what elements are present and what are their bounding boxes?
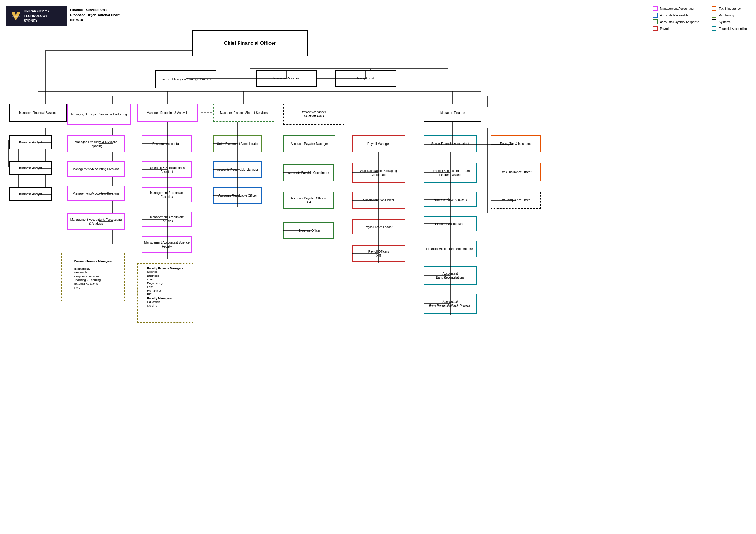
legend-ar-box — [653, 13, 658, 18]
tax-ins-officer-box: Tax & Insurance Officer — [491, 163, 541, 181]
mgmt-acct-div-2-box: Management Accounting Divisions — [67, 186, 125, 201]
ap-coordinator-box: Accounts Payable Coordinator — [284, 165, 334, 181]
legend-systems-label: Systems — [719, 20, 730, 24]
legend-purchasing-box — [712, 13, 716, 18]
legend-col-2: Tax & Insurance Purchasing Systems Finan… — [712, 6, 747, 31]
header: UNIVERSITY OF TECHNOLOGY SYDNEY Financia… — [6, 6, 750, 26]
legend-ar-label: Accounts Receivable — [660, 14, 688, 17]
legend-tax: Tax & Insurance — [712, 6, 747, 11]
chart-title: Proposed Organisational Chart — [70, 13, 120, 18]
div-finance-mgrs-text: Division Finance Managers InternationalR… — [74, 256, 112, 290]
legend-mgmt-acct-label: Management Accounting — [660, 7, 693, 10]
mgmt-acct-fac-2-box: Management Accountant Faculties — [142, 212, 192, 227]
legend-systems: Systems — [712, 19, 747, 24]
mgmt-acct-div-1-box: Management Accounting Divisions — [67, 161, 125, 177]
policy-tax-box: Policy, Tax & Insurance — [491, 136, 541, 152]
ap-manager-box: Accounts Payable Manager — [284, 136, 335, 152]
university-name: UNIVERSITY OF TECHNOLOGY SYDNEY — [24, 9, 49, 23]
super-pkg-coord-box: Superannuation Packaging Coordinator — [352, 163, 405, 183]
mgr-finance-shared-box: Manager, Finance Shared Services — [213, 104, 274, 122]
business-analyst-2-box: Business Analyst — [9, 161, 52, 175]
logo: UNIVERSITY OF TECHNOLOGY SYDNEY — [6, 6, 67, 26]
legend-tax-label: Tax & Insurance — [719, 7, 741, 10]
tax-compliance-box: Tax Compliance Officer — [491, 192, 541, 209]
accountant-bank-rec-box: Accountant Bank Reconciliations — [423, 267, 477, 285]
mgmt-acct-science-box: Management Accountant Science Faculty — [142, 236, 192, 253]
legend-col-1: Management Accounting Accounts Receivabl… — [653, 6, 700, 31]
cfo-box: Chief Financial Officer — [192, 31, 308, 56]
legend-ap-label: Accounts Payable/ I-expense — [660, 20, 700, 24]
fin-acct-student-box: Financial Accountant -Student Fees — [423, 241, 477, 257]
mgr-exec-div-box: Manager, Executive & Divisions Reporting — [67, 136, 125, 152]
svg-rect-2 — [12, 16, 19, 17]
receptionist-box: Receptionist — [335, 70, 396, 87]
legend: Management Accounting Accounts Receivabl… — [653, 6, 747, 31]
legend-payroll-box — [653, 26, 658, 31]
fin-analyst-box: Financial Analyst & Strategic Projects — [155, 70, 216, 88]
legend-fin-acct-label: Financial Accounting — [719, 27, 747, 31]
project-mgrs-box: Project ManagersCONSULTING — [284, 104, 344, 125]
legend-mgmt-acct-box — [653, 6, 658, 11]
legend-ap: Accounts Payable/ I-expense — [653, 19, 700, 24]
iexpense-officer-box: I-Expense Officer — [284, 222, 334, 239]
mgr-finance-box: Manager, Finance — [423, 104, 481, 122]
legend-ap-box — [653, 19, 658, 24]
div-finance-mgrs-box: Division Finance Managers InternationalR… — [61, 253, 125, 301]
legend-mgmt-acct: Management Accounting — [653, 6, 700, 11]
mgr-strategic-box: Manager, Strategic Planning & Budgeting — [67, 104, 131, 125]
legend-payroll: Payroll — [653, 26, 700, 31]
uts-logo-icon — [10, 11, 21, 22]
exec-assistant-box: Executive Assistant — [256, 70, 317, 87]
legend-systems-box — [712, 19, 716, 24]
legend-purchasing: Purchasing — [712, 13, 747, 18]
project-mgrs-text: Project ManagersCONSULTING — [302, 110, 326, 118]
mgmt-acct-fac-1-box: Management Accountant Faculties — [142, 187, 192, 202]
mgmt-acct-forecast-box: Management Accountant, Forecasting & Ana… — [67, 213, 125, 230]
super-officer-box: Superannuation Officer — [352, 192, 405, 209]
senior-fin-accountant-box: Senior Financial Accountant — [423, 136, 477, 152]
mgr-fin-systems-box: Manager, Financial Systems — [9, 104, 67, 122]
legend-fin-acct-box — [712, 26, 716, 31]
legend-fin-acct: Financial Accounting — [712, 26, 747, 31]
chart-year: for 2010 — [70, 17, 120, 22]
ar-officer-box: Accounts Receivable Officer — [213, 187, 262, 204]
faculty-finance-mgrs-text: Faculty Finance Managers Science Busines… — [147, 267, 183, 308]
faculty-finance-mgrs-box: Faculty Finance Managers Science Busines… — [137, 263, 194, 323]
business-analyst-3-box: Business Analyst — [9, 187, 52, 201]
fin-accountant-dash-box: Financial Accountant - — [423, 216, 477, 231]
ap-officers-box: Accounts Payable Officers X 4 — [284, 192, 334, 209]
research-accountant-box: Research Accountant — [142, 136, 192, 152]
org-unit: Financial Services Unit — [70, 7, 120, 13]
org-title: Financial Services Unit Proposed Organis… — [70, 7, 120, 22]
mgr-reporting-box: Manager, Reporting & Analysis — [137, 104, 198, 122]
payroll-team-leader-box: Payroll Team Leader — [352, 219, 405, 234]
ar-manager-box: Accounts Receivable Manager — [213, 161, 262, 178]
payroll-manager-box: Payroll Manager — [352, 136, 405, 152]
fin-reconciliations-box: Financial Reconciliations — [423, 192, 477, 207]
legend-ar: Accounts Receivable — [653, 13, 700, 18]
payroll-officers-box: Payroll Officers X 5 — [352, 245, 405, 262]
business-analyst-1-box: Business Analyst — [9, 136, 52, 149]
fin-acct-team-leader-box: Financial Accountant – Team Leader – Ass… — [423, 163, 477, 183]
legend-payroll-label: Payroll — [660, 27, 669, 31]
order-placement-box: Order Placement Administrator — [213, 136, 262, 152]
legend-tax-box — [712, 6, 716, 11]
legend-purchasing-label: Purchasing — [719, 14, 734, 17]
accountant-bank-rec2-box: Accountant Bank Reconciliation & Receipt… — [423, 294, 477, 314]
research-special-box: Research & Special Funds Assistant — [142, 161, 192, 178]
